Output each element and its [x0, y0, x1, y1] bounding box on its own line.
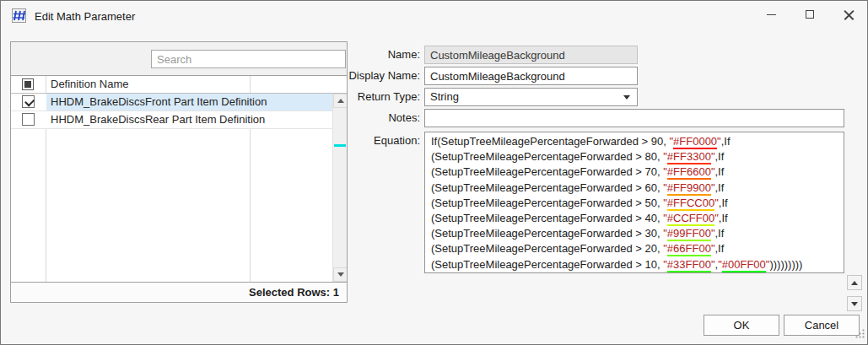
chevron-down-icon	[623, 95, 630, 100]
definition-row[interactable]: HHDM_BrakeDiscsFront Part Item Definitio…	[11, 94, 332, 111]
resize-grip[interactable]	[855, 326, 865, 342]
return-type-value: String	[430, 89, 459, 105]
maximize-button[interactable]	[790, 1, 829, 28]
definition-name-cell: HHDM_BrakeDiscsFront Part Item Definitio…	[51, 94, 267, 111]
equation-field[interactable]: If(SetupTreeMileagePercentageForwarded >…	[424, 132, 844, 273]
triangle-down-icon	[851, 302, 858, 306]
notes-field[interactable]	[424, 109, 844, 127]
scroll-down-button[interactable]	[333, 267, 347, 282]
close-icon	[844, 9, 855, 20]
hex-color-string: "#99FF00"	[663, 227, 714, 241]
definition-row[interactable]: HHDM_BrakeDiscsRear Part Item Definition	[11, 111, 332, 129]
equation-line: (SetupTreeMileagePercentageForwarded > 2…	[431, 241, 838, 256]
hex-color-string: "#33FF00"	[663, 258, 714, 272]
display-name-field[interactable]	[424, 67, 638, 85]
hex-color-string: "#00FF00"	[718, 258, 769, 272]
grid-header-row: Definition Name	[11, 76, 347, 94]
row-checkbox[interactable]	[22, 113, 35, 126]
return-type-label: Return Type:	[332, 90, 420, 103]
name-field[interactable]	[424, 46, 638, 64]
return-type-dropdown[interactable]: String	[424, 88, 638, 106]
hex-color-string: "#66FF00"	[663, 242, 714, 256]
hex-color-string: "#FFCC00"	[663, 197, 719, 211]
equation-line: If(SetupTreeMileagePercentageForwarded >…	[431, 134, 838, 149]
hex-color-string: "#FF9900"	[663, 181, 714, 196]
window-title: Edit Math Parameter	[35, 10, 135, 23]
equation-line: (SetupTreeMileagePercentageForwarded > 3…	[431, 226, 838, 241]
definitions-grid: Definition Name HHDM_BrakeDiscsFront Par…	[11, 75, 347, 282]
equation-line: (SetupTreeMileagePercentageForwarded > 1…	[431, 257, 838, 272]
definitions-panel: Definition Name HHDM_BrakeDiscsFront Par…	[10, 41, 348, 303]
titlebar: Edit Math Parameter	[1, 1, 867, 35]
equation-label: Equation:	[332, 134, 420, 147]
hex-color-string: "#FF0000"	[669, 135, 720, 149]
equation-line: (SetupTreeMileagePercentageForwarded > 8…	[431, 149, 838, 164]
cancel-button[interactable]: Cancel	[784, 315, 860, 336]
display-name-label: Display Name:	[332, 69, 420, 82]
name-label: Name:	[332, 48, 420, 61]
triangle-down-icon	[337, 272, 344, 277]
equation-line: (SetupTreeMileagePercentageForwarded > 4…	[431, 211, 838, 226]
triangle-up-icon	[851, 281, 858, 285]
app-icon	[11, 8, 27, 24]
minimize-icon	[767, 14, 776, 15]
close-button[interactable]	[829, 1, 868, 28]
definition-name-cell: HHDM_BrakeDiscsRear Part Item Definition	[51, 111, 265, 128]
search-input[interactable]	[151, 50, 346, 68]
equation-line: (SetupTreeMileagePercentageForwarded > 5…	[431, 196, 838, 211]
select-all-checkbox[interactable]	[22, 78, 34, 90]
grid-rows: HHDM_BrakeDiscsFront Part Item Definitio…	[11, 94, 332, 282]
hex-color-string: "#CCFF00"	[663, 212, 719, 226]
ok-button[interactable]: OK	[704, 315, 779, 336]
hex-color-string: "#FF6600"	[663, 165, 714, 180]
row-checkbox[interactable]	[22, 95, 35, 108]
hex-color-string: "#FF3300"	[663, 150, 714, 164]
equation-scroll-up-button[interactable]	[847, 275, 862, 290]
edit-math-parameter-dialog: Edit Math Parameter Definition Name HHDM…	[0, 0, 868, 345]
column-header-definition-name[interactable]: Definition Name	[51, 76, 129, 93]
minimize-button[interactable]	[752, 1, 790, 28]
maximize-icon	[806, 10, 814, 19]
select-all-filled-icon	[24, 81, 31, 88]
selected-rows-status: Selected Rows: 1	[11, 282, 347, 302]
equation-line: (SetupTreeMileagePercentageForwarded > 6…	[431, 181, 838, 196]
notes-label: Notes:	[332, 111, 420, 124]
equation-scroll-down-button[interactable]	[847, 296, 862, 311]
equation-line: (SetupTreeMileagePercentageForwarded > 7…	[431, 164, 838, 180]
